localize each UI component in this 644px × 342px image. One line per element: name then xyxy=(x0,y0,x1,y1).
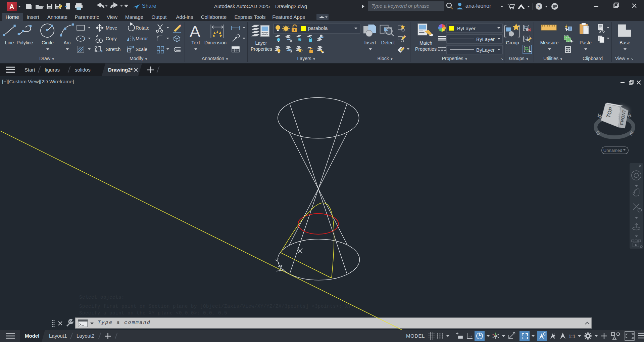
svg-text:A: A xyxy=(9,3,14,10)
svg-text:1:1: 1:1 xyxy=(568,333,576,339)
svg-text:Specify first point on Section: Specify first point on Section plane by … xyxy=(79,304,351,309)
svg-text:?: ? xyxy=(538,4,541,9)
svg-text:Specify a point on the XY-plan: Specify a point on the XY-plane <0,0,0>:… xyxy=(79,310,227,316)
svg-text:A: A xyxy=(190,23,200,40)
svg-text:Select objects:: Select objects: xyxy=(79,295,125,300)
